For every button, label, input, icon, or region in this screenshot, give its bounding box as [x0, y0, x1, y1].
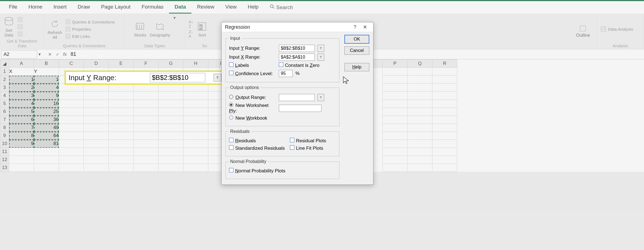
col-header-B[interactable]: B [34, 60, 59, 68]
cell-A5[interactable]: 4 [9, 100, 34, 108]
from-text-icon[interactable] [18, 17, 23, 23]
cell-B3[interactable]: 4 [34, 84, 59, 92]
tab-draw[interactable]: Draw [72, 1, 95, 14]
tab-data[interactable]: Data [169, 1, 191, 14]
stocks-button[interactable]: Stocks [134, 21, 146, 37]
row-header-1[interactable]: 1 [0, 68, 9, 76]
col-header-Q[interactable]: Q [407, 60, 432, 68]
refresh-all-button[interactable]: Refresh All [48, 19, 62, 40]
col-header-D[interactable]: D [84, 60, 109, 68]
tab-help[interactable]: Help [242, 1, 264, 14]
datatype-more-icon[interactable]: ▾ [173, 15, 176, 20]
residuals-checkbox[interactable] [229, 138, 233, 142]
row-header-10[interactable]: 10 [0, 140, 9, 148]
cell-A4[interactable]: 3 [9, 92, 34, 100]
col-header-C[interactable]: C [59, 60, 84, 68]
from-web-icon[interactable] [18, 24, 23, 30]
output-range-radio[interactable] [229, 95, 233, 99]
accept-formula-icon[interactable]: ✓ [54, 52, 61, 57]
col-header-F[interactable]: F [134, 60, 159, 68]
geography-button[interactable]: Geography [150, 21, 170, 37]
group-outline-icon[interactable] [580, 25, 586, 32]
new-workbook-radio[interactable] [229, 115, 233, 120]
row-header-13[interactable]: 13 [0, 164, 9, 172]
row-header-2[interactable]: 2 [0, 76, 9, 84]
row-header-9[interactable]: 9 [0, 132, 9, 140]
col-header-G[interactable]: G [159, 60, 183, 68]
cell-B2[interactable]: 1 [34, 76, 59, 84]
sort-asc-button[interactable]: A↓Z [189, 20, 193, 28]
cell-B5[interactable]: 16 [34, 100, 59, 108]
new-worksheet-input[interactable] [279, 105, 321, 112]
row-header-7[interactable]: 7 [0, 116, 9, 124]
y-range-picker-icon[interactable] [318, 45, 324, 52]
row-header-4[interactable]: 4 [0, 92, 9, 100]
sort-button[interactable]: ZAAZ Sort [196, 21, 207, 37]
cell-B7[interactable]: 36 [34, 116, 59, 124]
callout-input[interactable] [150, 73, 205, 82]
sort-desc-button[interactable]: Z↓A [189, 30, 193, 38]
row-header-11[interactable]: 11 [0, 148, 9, 156]
tab-file[interactable]: File [3, 1, 23, 14]
name-box[interactable] [1, 50, 37, 59]
cell-B9[interactable]: 64 [34, 132, 59, 140]
cancel-formula-icon[interactable]: ✕ [46, 52, 54, 57]
row-header-3[interactable]: 3 [0, 84, 9, 92]
row-header-5[interactable]: 5 [0, 100, 9, 108]
labels-checkbox[interactable] [229, 62, 233, 67]
cell-A2[interactable]: 1 [9, 76, 34, 84]
dialog-help-icon[interactable]: ? [350, 24, 360, 30]
from-table-icon[interactable] [18, 31, 23, 37]
confidence-input[interactable] [279, 70, 293, 77]
ok-button[interactable]: OK [344, 35, 369, 44]
confidence-checkbox[interactable] [229, 71, 233, 75]
col-header-H[interactable]: H [183, 60, 208, 68]
constant-zero-checkbox[interactable] [279, 62, 283, 67]
x-range-picker-icon[interactable] [318, 54, 324, 61]
select-all-corner[interactable]: ◢ [0, 60, 9, 68]
new-worksheet-radio[interactable] [229, 103, 233, 107]
output-range-picker-icon[interactable] [318, 94, 324, 101]
cell-A3[interactable]: 2 [9, 84, 34, 92]
edit-links-button[interactable]: Edit Links [66, 33, 115, 39]
input-x-range[interactable] [279, 54, 315, 61]
row-header-6[interactable]: 6 [0, 108, 9, 116]
cell-B8[interactable]: 49 [34, 124, 59, 132]
col-header-A[interactable]: A [9, 60, 34, 68]
std-residuals-checkbox[interactable] [229, 145, 233, 150]
cell-A8[interactable]: 7 [9, 124, 34, 132]
col-header-P[interactable]: P [383, 60, 407, 68]
get-data-button[interactable]: Get Data [3, 16, 14, 37]
output-range-input[interactable] [279, 94, 315, 101]
col-header-R[interactable]: R [432, 60, 457, 68]
tab-review[interactable]: Review [191, 1, 220, 14]
line-fit-plots-checkbox[interactable] [290, 145, 294, 150]
properties-button[interactable]: Properties [66, 26, 115, 32]
cell-A9[interactable]: 8 [9, 132, 34, 140]
tab-formulas[interactable]: Formulas [136, 1, 169, 14]
help-button[interactable]: Help [344, 63, 369, 71]
cell-B6[interactable]: 25 [34, 108, 59, 116]
queries-connections-button[interactable]: Queries & Connections [66, 19, 115, 25]
cell-A6[interactable]: 5 [9, 108, 34, 116]
namebox-dropdown-icon[interactable]: ▾ [37, 52, 42, 57]
tab-view[interactable]: View [220, 1, 242, 14]
tab-insert[interactable]: Insert [48, 1, 72, 14]
cell-A10[interactable]: 9 [9, 140, 34, 148]
cell-B4[interactable]: 9 [34, 92, 59, 100]
callout-range-picker-icon[interactable] [214, 74, 221, 81]
row-header-8[interactable]: 8 [0, 124, 9, 132]
tell-me-search[interactable]: Search [267, 1, 296, 14]
data-analysis-button[interactable]: Data Analysis [600, 25, 633, 33]
col-header-E[interactable]: E [109, 60, 134, 68]
cell-B1[interactable]: Y [34, 68, 59, 76]
residual-plots-checkbox[interactable] [290, 138, 294, 142]
dialog-close-icon[interactable]: ✕ [360, 24, 370, 30]
cell-A7[interactable]: 6 [9, 116, 34, 124]
normal-prob-checkbox[interactable] [229, 168, 233, 172]
fx-icon[interactable]: fx [63, 52, 67, 57]
row-header-12[interactable]: 12 [0, 156, 9, 164]
tab-page-layout[interactable]: Page Layout [95, 1, 136, 14]
cell-B10[interactable]: 81 [34, 140, 59, 148]
input-y-range[interactable] [279, 45, 315, 52]
